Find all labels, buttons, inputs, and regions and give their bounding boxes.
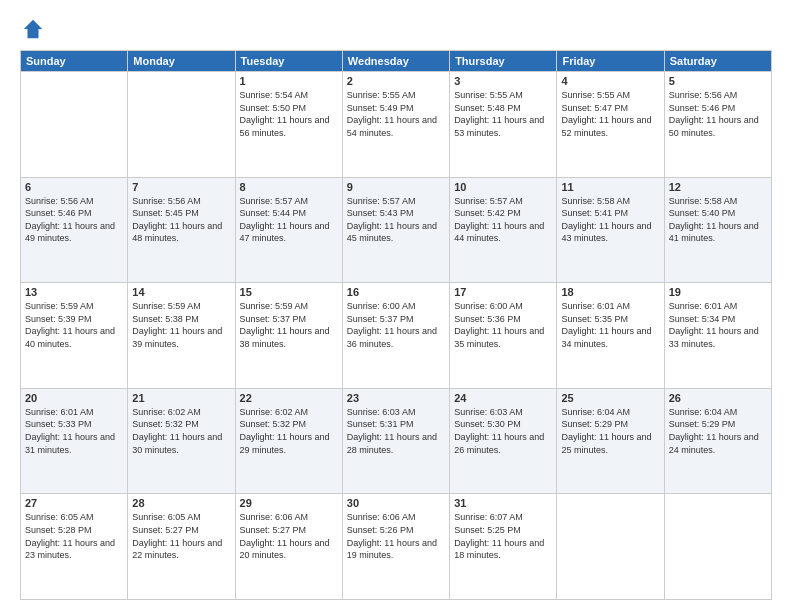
calendar-cell: 17Sunrise: 6:00 AM Sunset: 5:36 PM Dayli… — [450, 283, 557, 389]
day-number: 15 — [240, 286, 338, 298]
day-info: Sunrise: 6:02 AM Sunset: 5:32 PM Dayligh… — [132, 406, 230, 456]
day-info: Sunrise: 6:03 AM Sunset: 5:30 PM Dayligh… — [454, 406, 552, 456]
day-number: 27 — [25, 497, 123, 509]
day-info: Sunrise: 6:04 AM Sunset: 5:29 PM Dayligh… — [669, 406, 767, 456]
calendar-cell: 13Sunrise: 5:59 AM Sunset: 5:39 PM Dayli… — [21, 283, 128, 389]
day-info: Sunrise: 5:59 AM Sunset: 5:38 PM Dayligh… — [132, 300, 230, 350]
day-number: 17 — [454, 286, 552, 298]
day-info: Sunrise: 6:04 AM Sunset: 5:29 PM Dayligh… — [561, 406, 659, 456]
day-number: 4 — [561, 75, 659, 87]
calendar-cell: 27Sunrise: 6:05 AM Sunset: 5:28 PM Dayli… — [21, 494, 128, 600]
day-number: 11 — [561, 181, 659, 193]
day-number: 14 — [132, 286, 230, 298]
day-info: Sunrise: 5:59 AM Sunset: 5:37 PM Dayligh… — [240, 300, 338, 350]
day-number: 9 — [347, 181, 445, 193]
calendar-cell — [21, 72, 128, 178]
day-info: Sunrise: 5:54 AM Sunset: 5:50 PM Dayligh… — [240, 89, 338, 139]
calendar-cell: 21Sunrise: 6:02 AM Sunset: 5:32 PM Dayli… — [128, 388, 235, 494]
calendar-cell: 8Sunrise: 5:57 AM Sunset: 5:44 PM Daylig… — [235, 177, 342, 283]
day-info: Sunrise: 6:01 AM Sunset: 5:33 PM Dayligh… — [25, 406, 123, 456]
day-number: 30 — [347, 497, 445, 509]
weekday-tuesday: Tuesday — [235, 51, 342, 72]
day-info: Sunrise: 6:01 AM Sunset: 5:35 PM Dayligh… — [561, 300, 659, 350]
calendar-page: SundayMondayTuesdayWednesdayThursdayFrid… — [0, 0, 792, 612]
day-info: Sunrise: 5:57 AM Sunset: 5:43 PM Dayligh… — [347, 195, 445, 245]
weekday-saturday: Saturday — [664, 51, 771, 72]
day-number: 8 — [240, 181, 338, 193]
day-number: 21 — [132, 392, 230, 404]
day-info: Sunrise: 5:55 AM Sunset: 5:47 PM Dayligh… — [561, 89, 659, 139]
week-row-2: 6Sunrise: 5:56 AM Sunset: 5:46 PM Daylig… — [21, 177, 772, 283]
day-number: 16 — [347, 286, 445, 298]
calendar-cell: 4Sunrise: 5:55 AM Sunset: 5:47 PM Daylig… — [557, 72, 664, 178]
calendar-cell: 18Sunrise: 6:01 AM Sunset: 5:35 PM Dayli… — [557, 283, 664, 389]
calendar-cell: 2Sunrise: 5:55 AM Sunset: 5:49 PM Daylig… — [342, 72, 449, 178]
calendar-cell: 22Sunrise: 6:02 AM Sunset: 5:32 PM Dayli… — [235, 388, 342, 494]
calendar-cell: 7Sunrise: 5:56 AM Sunset: 5:45 PM Daylig… — [128, 177, 235, 283]
calendar-cell: 1Sunrise: 5:54 AM Sunset: 5:50 PM Daylig… — [235, 72, 342, 178]
calendar-cell: 30Sunrise: 6:06 AM Sunset: 5:26 PM Dayli… — [342, 494, 449, 600]
calendar-cell — [557, 494, 664, 600]
day-info: Sunrise: 5:58 AM Sunset: 5:41 PM Dayligh… — [561, 195, 659, 245]
week-row-1: 1Sunrise: 5:54 AM Sunset: 5:50 PM Daylig… — [21, 72, 772, 178]
calendar-cell: 3Sunrise: 5:55 AM Sunset: 5:48 PM Daylig… — [450, 72, 557, 178]
day-info: Sunrise: 5:58 AM Sunset: 5:40 PM Dayligh… — [669, 195, 767, 245]
day-info: Sunrise: 6:00 AM Sunset: 5:36 PM Dayligh… — [454, 300, 552, 350]
weekday-header-row: SundayMondayTuesdayWednesdayThursdayFrid… — [21, 51, 772, 72]
weekday-wednesday: Wednesday — [342, 51, 449, 72]
week-row-4: 20Sunrise: 6:01 AM Sunset: 5:33 PM Dayli… — [21, 388, 772, 494]
day-number: 23 — [347, 392, 445, 404]
day-info: Sunrise: 5:56 AM Sunset: 5:45 PM Dayligh… — [132, 195, 230, 245]
day-info: Sunrise: 6:07 AM Sunset: 5:25 PM Dayligh… — [454, 511, 552, 561]
weekday-thursday: Thursday — [450, 51, 557, 72]
logo — [20, 18, 44, 40]
calendar-cell: 11Sunrise: 5:58 AM Sunset: 5:41 PM Dayli… — [557, 177, 664, 283]
day-info: Sunrise: 6:06 AM Sunset: 5:27 PM Dayligh… — [240, 511, 338, 561]
week-row-3: 13Sunrise: 5:59 AM Sunset: 5:39 PM Dayli… — [21, 283, 772, 389]
calendar-cell — [128, 72, 235, 178]
header — [20, 18, 772, 40]
calendar-cell: 12Sunrise: 5:58 AM Sunset: 5:40 PM Dayli… — [664, 177, 771, 283]
day-info: Sunrise: 6:06 AM Sunset: 5:26 PM Dayligh… — [347, 511, 445, 561]
calendar-cell: 5Sunrise: 5:56 AM Sunset: 5:46 PM Daylig… — [664, 72, 771, 178]
day-number: 13 — [25, 286, 123, 298]
day-number: 25 — [561, 392, 659, 404]
day-number: 26 — [669, 392, 767, 404]
calendar-cell: 28Sunrise: 6:05 AM Sunset: 5:27 PM Dayli… — [128, 494, 235, 600]
day-number: 3 — [454, 75, 552, 87]
day-info: Sunrise: 6:05 AM Sunset: 5:28 PM Dayligh… — [25, 511, 123, 561]
day-info: Sunrise: 5:56 AM Sunset: 5:46 PM Dayligh… — [669, 89, 767, 139]
day-info: Sunrise: 5:55 AM Sunset: 5:49 PM Dayligh… — [347, 89, 445, 139]
day-info: Sunrise: 5:59 AM Sunset: 5:39 PM Dayligh… — [25, 300, 123, 350]
day-number: 2 — [347, 75, 445, 87]
calendar-cell: 14Sunrise: 5:59 AM Sunset: 5:38 PM Dayli… — [128, 283, 235, 389]
day-info: Sunrise: 6:03 AM Sunset: 5:31 PM Dayligh… — [347, 406, 445, 456]
day-number: 10 — [454, 181, 552, 193]
weekday-monday: Monday — [128, 51, 235, 72]
day-number: 5 — [669, 75, 767, 87]
day-number: 12 — [669, 181, 767, 193]
calendar-cell: 31Sunrise: 6:07 AM Sunset: 5:25 PM Dayli… — [450, 494, 557, 600]
calendar-cell: 16Sunrise: 6:00 AM Sunset: 5:37 PM Dayli… — [342, 283, 449, 389]
calendar-cell: 24Sunrise: 6:03 AM Sunset: 5:30 PM Dayli… — [450, 388, 557, 494]
calendar-cell: 9Sunrise: 5:57 AM Sunset: 5:43 PM Daylig… — [342, 177, 449, 283]
day-info: Sunrise: 5:56 AM Sunset: 5:46 PM Dayligh… — [25, 195, 123, 245]
calendar-cell: 19Sunrise: 6:01 AM Sunset: 5:34 PM Dayli… — [664, 283, 771, 389]
day-number: 28 — [132, 497, 230, 509]
calendar-cell: 15Sunrise: 5:59 AM Sunset: 5:37 PM Dayli… — [235, 283, 342, 389]
calendar-cell: 20Sunrise: 6:01 AM Sunset: 5:33 PM Dayli… — [21, 388, 128, 494]
day-number: 24 — [454, 392, 552, 404]
day-info: Sunrise: 6:02 AM Sunset: 5:32 PM Dayligh… — [240, 406, 338, 456]
day-number: 7 — [132, 181, 230, 193]
calendar-cell: 26Sunrise: 6:04 AM Sunset: 5:29 PM Dayli… — [664, 388, 771, 494]
day-number: 31 — [454, 497, 552, 509]
calendar-cell: 23Sunrise: 6:03 AM Sunset: 5:31 PM Dayli… — [342, 388, 449, 494]
calendar-cell: 6Sunrise: 5:56 AM Sunset: 5:46 PM Daylig… — [21, 177, 128, 283]
weekday-friday: Friday — [557, 51, 664, 72]
calendar-table: SundayMondayTuesdayWednesdayThursdayFrid… — [20, 50, 772, 600]
calendar-cell: 10Sunrise: 5:57 AM Sunset: 5:42 PM Dayli… — [450, 177, 557, 283]
day-number: 19 — [669, 286, 767, 298]
day-info: Sunrise: 5:55 AM Sunset: 5:48 PM Dayligh… — [454, 89, 552, 139]
week-row-5: 27Sunrise: 6:05 AM Sunset: 5:28 PM Dayli… — [21, 494, 772, 600]
day-number: 18 — [561, 286, 659, 298]
